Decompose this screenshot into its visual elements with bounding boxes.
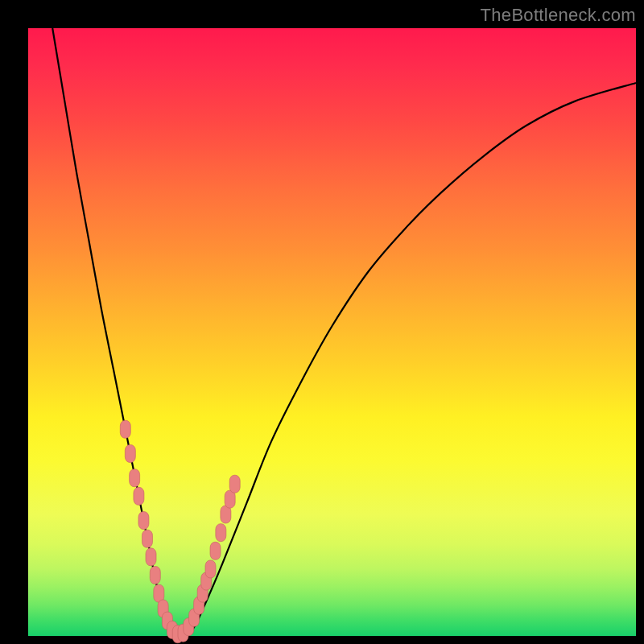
plot-area — [28, 28, 636, 636]
marker — [146, 548, 156, 566]
marker — [142, 530, 152, 547]
marker — [216, 524, 226, 542]
marker — [229, 475, 240, 493]
marker — [210, 542, 221, 559]
watermark-text: TheBottleneck.com — [481, 5, 636, 26]
marker — [134, 487, 144, 505]
bottleneck-curve — [52, 28, 636, 636]
sample-points — [120, 420, 240, 642]
marker — [138, 512, 149, 530]
marker — [120, 420, 130, 438]
marker — [205, 560, 216, 578]
chart-frame: TheBottleneck.com — [0, 0, 644, 644]
marker — [125, 445, 135, 463]
chart-svg — [28, 28, 636, 636]
marker — [150, 567, 160, 584]
marker — [130, 469, 140, 487]
